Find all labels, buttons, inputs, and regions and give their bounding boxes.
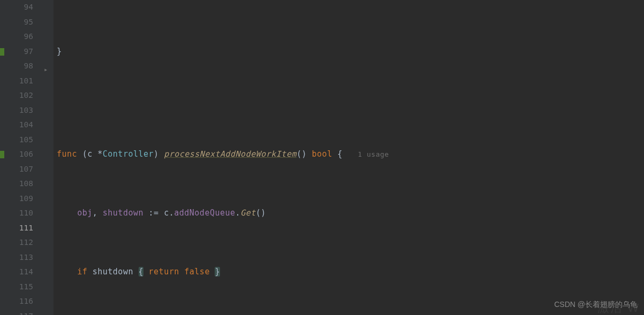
code-line[interactable] [54,88,644,103]
function-name[interactable]: processNextAddNodeWorkItem [164,149,297,159]
tok-brace: } [57,47,62,56]
code-editor[interactable]: 9495969798101102103104105106107108109110… [0,0,644,315]
line-number[interactable]: 108 [7,176,33,191]
line-number[interactable]: 109 [7,191,33,206]
brace-match: } [215,267,220,276]
line-number[interactable]: 107 [7,162,33,177]
vcs-change-marker[interactable] [0,48,4,56]
tok-type: Controller [103,149,154,159]
line-number[interactable]: 115 [7,280,33,295]
line-number[interactable]: 112 [7,235,33,250]
vcs-change-marker[interactable] [0,151,4,158]
code-line[interactable]: obj, shutdown := c.addNodeQueue.Get() [54,206,644,221]
line-number[interactable]: 94 [7,0,33,15]
line-number[interactable]: 113 [7,250,33,265]
code-line[interactable]: } [54,44,644,59]
line-number[interactable]: 117 [7,309,33,316]
usage-hint[interactable]: 1 usage [358,150,389,158]
tok-type: bool [312,149,332,159]
line-number[interactable]: 111 [7,221,33,236]
line-number[interactable]: 101 [7,74,33,89]
brace-match: { [139,267,144,276]
line-number[interactable]: 97 [7,44,33,59]
code-area[interactable]: } func (c *Controller) processNextAddNod… [54,0,644,315]
line-number[interactable]: 116 [7,294,33,309]
line-number[interactable]: 114 [7,265,33,280]
line-number[interactable]: 102 [7,88,33,103]
line-number[interactable]: 106 [7,147,33,162]
line-number[interactable]: 105 [7,133,33,148]
code-line[interactable]: if shutdown { return false } [54,265,644,280]
ghost-text: 激活 W [597,301,640,316]
tok-keyword: func [57,149,77,159]
gutter-line-numbers[interactable]: 9495969798101102103104105106107108109110… [7,0,43,315]
gutter-vcs [0,0,7,315]
line-number[interactable]: 96 [7,29,33,44]
line-number[interactable]: 103 [7,103,33,118]
fold-arrow-icon[interactable]: ▸ [44,63,48,78]
line-number[interactable]: 110 [7,206,33,221]
gutter-fold[interactable]: ▸ [43,0,54,315]
line-number[interactable]: 104 [7,118,33,133]
line-number[interactable]: 98 [7,59,33,74]
code-line[interactable]: func (c *Controller) processNextAddNodeW… [54,147,644,162]
line-number[interactable]: 95 [7,15,33,30]
watermark-text: CSDN @长着翅膀的乌龟 [554,297,638,312]
